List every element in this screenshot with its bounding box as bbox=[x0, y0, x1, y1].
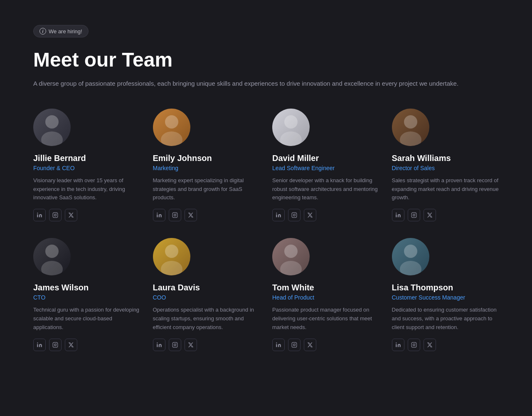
social-icons-james bbox=[33, 339, 140, 351]
member-role-lisa: Customer Success Manager bbox=[392, 294, 499, 301]
social-icons-david bbox=[272, 209, 379, 221]
member-role-laura: COO bbox=[153, 294, 260, 301]
member-name-lisa: Lisa Thompson bbox=[392, 283, 499, 292]
twitter-icon-jillie[interactable] bbox=[65, 209, 77, 221]
member-bio-james: Technical guru with a passion for develo… bbox=[33, 306, 140, 332]
member-role-tom: Head of Product bbox=[272, 294, 379, 301]
svg-point-1 bbox=[45, 115, 59, 129]
social-icons-lisa bbox=[392, 339, 499, 351]
svg-rect-32 bbox=[53, 342, 58, 347]
avatar-tom bbox=[272, 238, 310, 275]
linkedin-icon-tom[interactable] bbox=[272, 339, 285, 351]
avatar-lisa bbox=[392, 238, 429, 275]
svg-point-2 bbox=[41, 131, 63, 146]
member-name-sarah: Sarah Williams bbox=[392, 154, 499, 163]
svg-point-37 bbox=[161, 261, 182, 275]
svg-point-31 bbox=[37, 342, 38, 343]
team-card-laura: Laura DavisCOOOperations specialist with… bbox=[153, 238, 260, 351]
member-bio-emily: Marketing expert specializing in digital… bbox=[153, 176, 260, 202]
svg-point-36 bbox=[165, 245, 178, 258]
member-name-jillie: Jillie Bernard bbox=[33, 154, 140, 163]
avatar-jillie bbox=[33, 109, 71, 146]
svg-rect-39 bbox=[172, 342, 177, 347]
twitter-icon-tom[interactable] bbox=[304, 339, 316, 351]
page-title: Meet our Team bbox=[33, 49, 499, 71]
svg-rect-4 bbox=[53, 213, 58, 218]
member-bio-tom: Passionate product manager focused on de… bbox=[272, 306, 379, 332]
svg-rect-18 bbox=[292, 213, 297, 218]
svg-rect-53 bbox=[411, 342, 416, 347]
svg-point-15 bbox=[284, 115, 298, 129]
svg-rect-11 bbox=[172, 213, 177, 218]
team-card-james: James WilsonCTOTechnical guru with a pas… bbox=[33, 238, 140, 351]
svg-point-17 bbox=[276, 213, 277, 213]
svg-point-48 bbox=[296, 343, 296, 344]
svg-point-6 bbox=[57, 213, 57, 214]
member-name-emily: Emily Johnson bbox=[153, 154, 260, 163]
page-subtitle: A diverse group of passionate profession… bbox=[33, 79, 490, 89]
svg-point-34 bbox=[57, 343, 57, 344]
twitter-icon-laura[interactable] bbox=[185, 339, 197, 351]
twitter-icon-sarah[interactable] bbox=[424, 209, 436, 221]
hiring-badge-label: We are hiring! bbox=[49, 28, 82, 35]
linkedin-icon-emily[interactable] bbox=[153, 209, 165, 221]
svg-point-50 bbox=[404, 245, 417, 258]
twitter-icon-lisa[interactable] bbox=[424, 339, 436, 351]
linkedin-icon-sarah[interactable] bbox=[392, 209, 404, 221]
team-grid: Jillie BernardFounder & CEOVisionary lea… bbox=[33, 109, 499, 351]
avatar-david bbox=[272, 109, 310, 146]
linkedin-icon-david[interactable] bbox=[272, 209, 285, 221]
team-card-sarah: Sarah WilliamsDirector of SalesSales str… bbox=[392, 109, 499, 221]
member-name-tom: Tom White bbox=[272, 283, 379, 292]
member-role-david: Lead Software Engineer bbox=[272, 165, 379, 171]
svg-point-47 bbox=[293, 344, 296, 346]
avatar-james bbox=[33, 238, 71, 275]
linkedin-icon-laura[interactable] bbox=[153, 339, 165, 351]
info-icon: i bbox=[39, 28, 46, 35]
instagram-icon-laura[interactable] bbox=[169, 339, 181, 351]
instagram-icon-david[interactable] bbox=[288, 209, 300, 221]
instagram-icon-emily[interactable] bbox=[169, 209, 181, 221]
svg-point-52 bbox=[396, 342, 397, 343]
member-bio-sarah: Sales strategist with a proven track rec… bbox=[392, 176, 499, 202]
social-icons-emily bbox=[153, 209, 260, 221]
instagram-icon-jillie[interactable] bbox=[49, 209, 62, 221]
social-icons-laura bbox=[153, 339, 260, 351]
instagram-icon-james[interactable] bbox=[49, 339, 62, 351]
svg-point-5 bbox=[54, 214, 57, 216]
svg-point-51 bbox=[400, 261, 421, 275]
team-card-jillie: Jillie BernardFounder & CEOVisionary lea… bbox=[33, 109, 140, 221]
instagram-icon-lisa[interactable] bbox=[408, 339, 420, 351]
team-card-lisa: Lisa ThompsonCustomer Success ManagerDed… bbox=[392, 238, 499, 351]
social-icons-jillie bbox=[33, 209, 140, 221]
avatar-sarah bbox=[392, 109, 429, 146]
svg-point-55 bbox=[415, 343, 415, 344]
linkedin-icon-jillie[interactable] bbox=[33, 209, 46, 221]
svg-point-13 bbox=[176, 213, 176, 214]
member-name-laura: Laura Davis bbox=[153, 283, 260, 292]
svg-point-54 bbox=[413, 344, 415, 346]
svg-point-41 bbox=[176, 343, 176, 344]
instagram-icon-tom[interactable] bbox=[288, 339, 300, 351]
svg-point-8 bbox=[165, 115, 178, 129]
svg-point-20 bbox=[296, 213, 296, 214]
svg-point-16 bbox=[280, 131, 302, 146]
hiring-badge: i We are hiring! bbox=[33, 25, 89, 37]
svg-point-30 bbox=[41, 261, 63, 275]
team-card-david: David MillerLead Software EngineerSenior… bbox=[272, 109, 379, 221]
svg-point-26 bbox=[413, 214, 415, 216]
twitter-icon-james[interactable] bbox=[65, 339, 77, 351]
twitter-icon-david[interactable] bbox=[304, 209, 316, 221]
svg-rect-46 bbox=[292, 342, 297, 347]
linkedin-icon-james[interactable] bbox=[33, 339, 46, 351]
member-name-james: James Wilson bbox=[33, 283, 140, 292]
member-name-david: David Miller bbox=[272, 154, 379, 163]
svg-point-12 bbox=[174, 214, 176, 216]
member-bio-jillie: Visionary leader with over 15 years of e… bbox=[33, 176, 140, 202]
linkedin-icon-lisa[interactable] bbox=[392, 339, 404, 351]
svg-point-40 bbox=[174, 344, 176, 346]
svg-point-23 bbox=[400, 131, 421, 146]
svg-point-24 bbox=[396, 213, 397, 213]
instagram-icon-sarah[interactable] bbox=[408, 209, 420, 221]
twitter-icon-emily[interactable] bbox=[185, 209, 197, 221]
